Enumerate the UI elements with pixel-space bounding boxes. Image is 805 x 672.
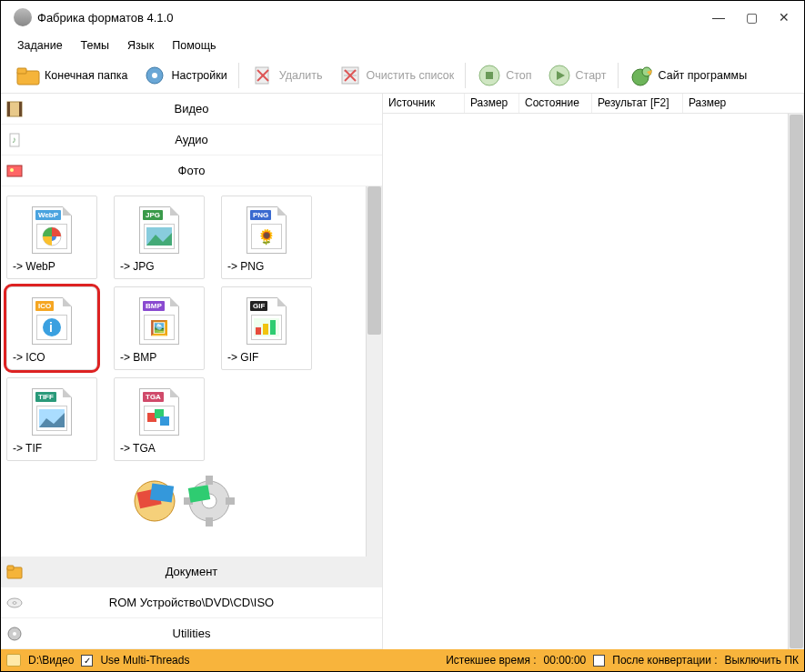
clear-list-button[interactable]: Очистить список [330,61,462,90]
svg-rect-45 [206,476,213,485]
format-ico[interactable]: ICOi -> ICO [6,286,97,370]
status-bar: D:\Видео Use Multi-Threads Истекшее врем… [1,649,804,671]
formats-scrollbar[interactable] [366,186,382,557]
format-gif[interactable]: GIF -> GIF [221,286,312,370]
col-state[interactable]: Состояние [519,94,592,113]
format-bmp[interactable]: BMP🖼️ -> BMP [114,286,205,370]
start-label: Старт [576,69,607,82]
category-label: Utilities [28,627,382,640]
stop-label: Стоп [506,69,531,82]
output-path[interactable]: D:\Видео [28,654,74,667]
format-label: -> TGA [120,442,198,456]
delete-button[interactable]: Удалить [243,61,330,90]
menu-language[interactable]: Язык [118,35,163,55]
category-photo[interactable]: Фото [1,155,382,186]
menu-help[interactable]: Помощь [163,35,225,55]
svg-point-24 [10,168,14,172]
left-panel: Видео ♪ Аудио Фото WebP -> WebP JPG [1,94,383,649]
format-webp[interactable]: WebP -> WebP [6,196,97,279]
category-document[interactable]: Документ [1,557,382,587]
minimize-button[interactable]: — [702,5,735,30]
file-list [383,114,804,649]
category-label: Фото [28,164,382,177]
audio-icon: ♪ [1,132,28,148]
photo-icon [1,163,28,179]
disc-icon [1,595,28,611]
multithreads-checkbox[interactable] [81,655,93,667]
delete-label: Удалить [279,69,323,82]
format-tif[interactable]: TIFF -> TIF [6,377,97,461]
category-label: ROM Устройство\DVD\CD\ISO [28,596,382,609]
toolbar: Конечная папка Настройки Удалить Очистит… [1,57,804,94]
svg-rect-19 [7,102,10,116]
col-size2[interactable]: Размер [683,94,804,113]
formats-grid: WebP -> WebP JPG -> JPG PNG🌻 -> PNG ICOi [1,186,366,557]
svg-rect-13 [486,72,493,79]
svg-text:♪: ♪ [12,135,16,145]
video-icon [1,101,28,117]
gear-icon [142,63,167,88]
list-scrollbar[interactable] [788,114,804,649]
utility-graphic-icon [127,474,246,527]
category-label: Документ [28,565,382,578]
stop-button[interactable]: Стоп [469,61,538,90]
start-button[interactable]: Старт [539,61,614,90]
svg-rect-23 [7,165,22,176]
svg-rect-51 [7,566,14,570]
utility-icons [6,468,366,532]
site-label: Сайт программы [659,69,748,82]
col-result[interactable]: Результат [F2] [592,94,683,113]
format-label: -> WebP [13,260,91,275]
svg-rect-20 [19,102,22,116]
svg-rect-1 [17,68,26,74]
category-utilities[interactable]: Utilities [1,618,382,649]
gear-icon [1,626,28,642]
svg-rect-42 [149,483,173,502]
format-label: -> PNG [227,260,306,275]
category-audio[interactable]: ♪ Аудио [1,125,382,155]
after-label: После конвертации : [612,654,717,667]
category-label: Аудио [28,133,382,146]
format-label: -> ICO [13,351,91,366]
format-label: -> GIF [227,351,306,366]
right-panel: Источник Размер Состояние Результат [F2]… [383,94,804,649]
category-label: Видео [28,102,382,115]
svg-point-55 [13,632,16,636]
maximize-button[interactable]: ▢ [735,5,768,30]
title-bar: Фабрика форматов 4.1.0 — ▢ ✕ [1,1,804,34]
document-icon [1,565,28,579]
svg-point-53 [13,601,16,604]
category-video[interactable]: Видео [1,94,382,125]
separator [465,63,466,88]
site-button[interactable]: Сайт программы [622,61,755,90]
svg-rect-33 [263,324,268,335]
svg-rect-32 [256,327,261,335]
format-tga[interactable]: TGA -> TGA [114,377,205,461]
svg-text:i: i [49,320,53,335]
menu-task[interactable]: Задание [8,35,72,55]
output-folder-button[interactable]: Конечная папка [8,61,135,90]
svg-point-3 [152,73,157,78]
format-png[interactable]: PNG🌻 -> PNG [221,196,312,279]
after-value: Выключить ПК [725,654,799,667]
col-source[interactable]: Источник [383,94,465,113]
close-button[interactable]: ✕ [768,5,800,30]
start-icon [547,63,572,88]
category-rom[interactable]: ROM Устройство\DVD\CD\ISO [1,587,382,618]
format-label: -> TIF [13,442,91,456]
menu-themes[interactable]: Темы [72,35,118,55]
settings-button[interactable]: Настройки [135,61,234,90]
column-headers: Источник Размер Состояние Результат [F2]… [383,94,804,114]
format-jpg[interactable]: JPG -> JPG [114,196,205,279]
menu-bar: Задание Темы Язык Помощь [1,34,804,57]
separator [238,63,239,88]
svg-rect-39 [160,416,169,426]
col-size[interactable]: Размер [465,94,519,113]
after-checkbox[interactable] [593,655,605,667]
globe-icon [629,63,655,88]
output-folder-label: Конечная папка [45,69,127,82]
format-label: -> JPG [120,260,198,275]
app-icon [14,8,32,26]
folder-icon[interactable] [6,654,21,667]
settings-label: Настройки [171,69,226,82]
